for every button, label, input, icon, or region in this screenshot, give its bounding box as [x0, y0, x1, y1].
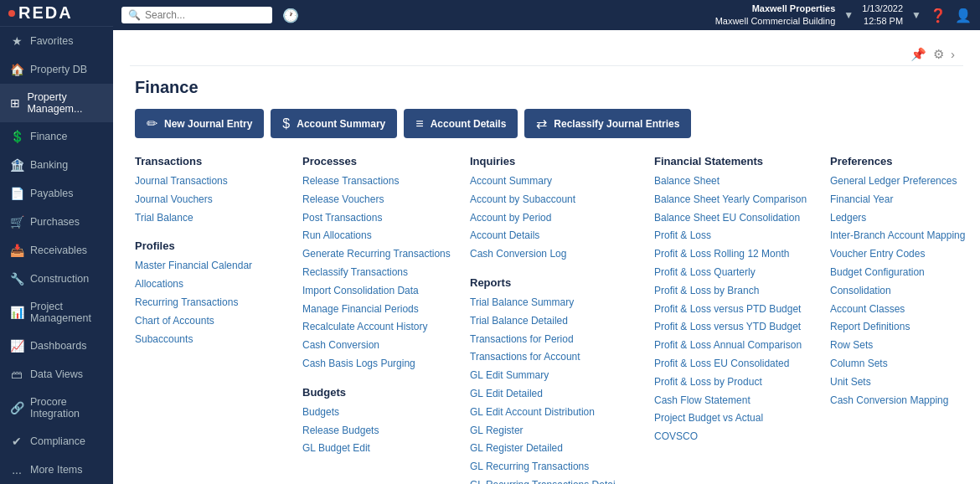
menu-link-financial-statements[interactable]: Profit & Loss Rolling 12 Month: [654, 247, 822, 261]
sidebar-item-procore[interactable]: 🔗Procore Integration: [0, 389, 113, 427]
menu-link-profiles[interactable]: Master Financial Calendar: [135, 259, 294, 273]
menu-link-preferences[interactable]: Account Classes: [830, 302, 980, 317]
menu-link-budgets[interactable]: Budgets: [302, 405, 462, 420]
menu-link-reports[interactable]: GL Recurring Transactions: [470, 460, 646, 474]
menu-link-preferences[interactable]: General Ledger Preferences: [830, 174, 980, 188]
menu-link-financial-statements[interactable]: Profit & Loss EU Consolidated: [654, 357, 822, 371]
menu-link-reports[interactable]: GL Register: [470, 424, 646, 438]
menu-link-financial-statements[interactable]: Project Budget vs Actual: [654, 411, 822, 425]
menu-link-profiles[interactable]: Chart of Accounts: [135, 314, 294, 328]
menu-link-inquiries[interactable]: Cash Conversion Log: [470, 247, 646, 261]
menu-link-preferences[interactable]: Row Sets: [830, 338, 980, 353]
menu-link-reports[interactable]: GL Recurring Transactions Detai...: [470, 478, 646, 484]
quick-btn-account-details[interactable]: ≡Account Details: [404, 109, 518, 138]
settings-icon[interactable]: ⚙: [933, 47, 944, 62]
menu-link-financial-statements[interactable]: Profit & Loss versus PTD Budget: [654, 302, 822, 317]
menu-link-preferences[interactable]: Cash Conversion Mapping: [830, 394, 980, 408]
search-input[interactable]: [145, 9, 262, 21]
date-chevron-icon[interactable]: ▼: [911, 9, 921, 21]
quick-btn-icon-reclassify: ⇄: [536, 116, 547, 131]
sidebar-item-project-mgmt[interactable]: 📊Project Management: [0, 293, 113, 332]
reports-title: Reports: [470, 276, 646, 289]
quick-btn-reclassify[interactable]: ⇄Reclassify Journal Entries: [524, 109, 691, 138]
sidebar-item-compliance[interactable]: ✔Compliance: [0, 427, 113, 456]
menu-link-reports[interactable]: Trial Balance Detailed: [470, 314, 646, 328]
menu-link-transactions[interactable]: Journal Vouchers: [135, 193, 294, 207]
menu-link-financial-statements[interactable]: Profit & Loss Annual Comparison: [654, 338, 822, 353]
sidebar-item-construction[interactable]: 🔧Construction: [0, 265, 113, 293]
menu-link-preferences[interactable]: Budget Configuration: [830, 265, 980, 280]
menu-link-profiles[interactable]: Allocations: [135, 277, 294, 291]
menu-link-processes[interactable]: Import Consolidation Data: [302, 284, 462, 298]
search-box[interactable]: 🔍: [121, 7, 272, 23]
menu-link-preferences[interactable]: Report Definitions: [830, 320, 980, 334]
menu-link-inquiries[interactable]: Account Details: [470, 229, 646, 243]
menu-link-inquiries[interactable]: Account by Period: [470, 211, 646, 225]
sidebar-item-finance[interactable]: 💲Finance: [0, 122, 113, 151]
menu-link-reports[interactable]: GL Edit Detailed: [470, 387, 646, 401]
sidebar-item-more-items[interactable]: ...More Items: [0, 456, 113, 484]
sidebar-item-data-views[interactable]: 🗃Data Views: [0, 360, 113, 389]
menu-link-preferences[interactable]: Ledgers: [830, 211, 980, 225]
menu-link-financial-statements[interactable]: Cash Flow Statement: [654, 394, 822, 408]
menu-link-financial-statements[interactable]: Profit & Loss: [654, 229, 822, 243]
menu-link-financial-statements[interactable]: Balance Sheet Yearly Comparison: [654, 193, 822, 207]
sidebar-item-receivables[interactable]: 📥Receivables: [0, 236, 113, 265]
menu-link-financial-statements[interactable]: Balance Sheet EU Consolidation: [654, 211, 822, 225]
menu-link-financial-statements[interactable]: Profit & Loss by Branch: [654, 284, 822, 298]
menu-link-preferences[interactable]: Consolidation: [830, 284, 980, 298]
menu-link-budgets[interactable]: Release Budgets: [302, 424, 462, 438]
menu-link-processes[interactable]: Reclassify Transactions: [302, 265, 462, 280]
quick-btn-account-summary[interactable]: $Account Summary: [271, 109, 397, 138]
menu-link-reports[interactable]: GL Register Detailed: [470, 441, 646, 456]
menu-link-preferences[interactable]: Voucher Entry Codes: [830, 247, 980, 261]
menu-link-processes[interactable]: Run Allocations: [302, 229, 462, 243]
history-icon[interactable]: 🕐: [279, 4, 302, 27]
help-icon[interactable]: ❓: [930, 8, 946, 23]
menu-link-budgets[interactable]: GL Budget Edit: [302, 441, 462, 456]
menu-link-processes[interactable]: Manage Financial Periods: [302, 302, 462, 317]
sidebar-item-purchases[interactable]: 🛒Purchases: [0, 208, 113, 236]
menu-link-processes[interactable]: Cash Conversion: [302, 338, 462, 353]
menu-link-preferences[interactable]: Financial Year: [830, 193, 980, 207]
menu-link-processes[interactable]: Post Transactions: [302, 211, 462, 225]
quick-actions: ✏New Journal Entry$Account Summary≡Accou…: [135, 109, 958, 138]
menu-link-preferences[interactable]: Column Sets: [830, 357, 980, 371]
menu-link-profiles[interactable]: Recurring Transactions: [135, 296, 294, 310]
menu-link-reports[interactable]: GL Edit Account Distribution: [470, 405, 646, 420]
sidebar-item-property-mgmt[interactable]: ⊞Property Managem...: [0, 84, 113, 122]
menu-link-financial-statements[interactable]: Profit & Loss Quarterly: [654, 265, 822, 280]
menu-link-financial-statements[interactable]: Profit & Loss versus YTD Budget: [654, 320, 822, 334]
menu-link-inquiries[interactable]: Account by Subaccount: [470, 193, 646, 207]
sidebar-item-favorites[interactable]: ★Favorites: [0, 27, 113, 55]
menu-link-preferences[interactable]: Unit Sets: [830, 375, 980, 389]
menu-link-reports[interactable]: GL Edit Summary: [470, 368, 646, 383]
menu-link-profiles[interactable]: Subaccounts: [135, 332, 294, 347]
date-display[interactable]: 1/13/2022 12:58 PM: [862, 3, 903, 28]
menu-link-processes[interactable]: Cash Basis Logs Purging: [302, 357, 462, 371]
menu-link-financial-statements[interactable]: Balance Sheet: [654, 174, 822, 188]
menu-link-transactions[interactable]: Trial Balance: [135, 211, 294, 225]
menu-link-processes[interactable]: Release Transactions: [302, 174, 462, 188]
menu-link-reports[interactable]: Transactions for Account: [470, 350, 646, 364]
pin-icon[interactable]: 📌: [910, 47, 926, 62]
sidebar-item-dashboards[interactable]: 📈Dashboards: [0, 332, 113, 360]
menu-link-processes[interactable]: Recalculate Account History: [302, 320, 462, 334]
company-chevron-icon[interactable]: ▼: [843, 9, 854, 21]
quick-btn-new-journal[interactable]: ✏New Journal Entry: [135, 109, 264, 138]
menu-link-reports[interactable]: Transactions for Period: [470, 332, 646, 347]
expand-icon[interactable]: ›: [951, 47, 955, 62]
user-icon[interactable]: 👤: [955, 8, 972, 23]
menu-link-financial-statements[interactable]: COVSCO: [654, 430, 822, 444]
menu-link-processes[interactable]: Release Vouchers: [302, 193, 462, 207]
sidebar-item-banking[interactable]: 🏦Banking: [0, 151, 113, 179]
menu-link-financial-statements[interactable]: Profit & Loss by Product: [654, 375, 822, 389]
menu-link-inquiries[interactable]: Account Summary: [470, 174, 646, 188]
sidebar-item-payables[interactable]: 📄Payables: [0, 179, 113, 208]
menu-link-reports[interactable]: Trial Balance Summary: [470, 296, 646, 310]
menu-link-processes[interactable]: Generate Recurring Transactions: [302, 247, 462, 261]
sidebar-item-property-db[interactable]: 🏠Property DB: [0, 55, 113, 84]
menu-link-transactions[interactable]: Journal Transactions: [135, 174, 294, 188]
company-selector[interactable]: Maxwell Properties Maxwell Commercial Bu…: [715, 3, 836, 28]
menu-link-preferences[interactable]: Inter-Branch Account Mapping: [830, 229, 980, 243]
